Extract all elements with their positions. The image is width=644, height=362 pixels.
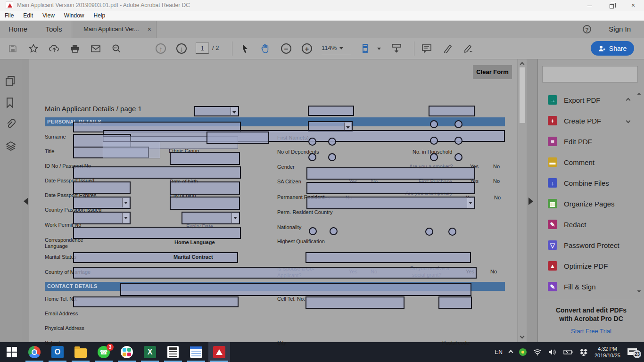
form-field[interactable]: [306, 182, 475, 194]
form-field[interactable]: [73, 166, 241, 179]
form-field[interactable]: [73, 296, 239, 307]
form-field[interactable]: [103, 141, 160, 158]
form-dropdown[interactable]: [306, 197, 475, 209]
select-tool-icon[interactable]: [238, 41, 252, 56]
taskbar-start[interactable]: [1, 342, 23, 362]
tool-create-pdf[interactable]: +Create PDF: [542, 111, 635, 130]
next-page-arrow[interactable]: [528, 197, 533, 205]
dropdown-arrow-icon[interactable]: [344, 123, 351, 131]
fit-width-icon[interactable]: [362, 41, 381, 56]
form-dropdown[interactable]: [194, 106, 239, 116]
form-radio-button[interactable]: [328, 138, 336, 146]
antivirus-icon[interactable]: [519, 348, 527, 356]
form-field[interactable]: [306, 167, 475, 180]
help-icon[interactable]: ?: [583, 25, 591, 33]
menu-window[interactable]: Window: [59, 11, 89, 20]
taskbar-slack[interactable]: [116, 342, 138, 362]
clock[interactable]: 4:32 PM 2019/10/25: [594, 346, 620, 359]
star-icon[interactable]: [26, 41, 41, 56]
form-radio-button[interactable]: [430, 137, 438, 145]
scroll-up-icon[interactable]: [520, 62, 525, 67]
taskbar-acrobat[interactable]: [208, 342, 230, 362]
language-indicator[interactable]: EN: [495, 349, 503, 355]
email-icon[interactable]: [89, 41, 103, 56]
tray-chevron-icon[interactable]: [509, 351, 512, 354]
tool-password-protect[interactable]: ▽Password Protect: [542, 236, 635, 255]
tab-close-icon[interactable]: ×: [148, 21, 151, 38]
form-field[interactable]: [73, 227, 241, 239]
tools-scroll-down-icon[interactable]: [637, 289, 641, 292]
dropdown-arrow-icon[interactable]: [122, 213, 129, 223]
taskbar-chrome[interactable]: [24, 342, 45, 362]
share-button[interactable]: Share: [591, 41, 634, 56]
dropdown-arrow-icon[interactable]: [122, 198, 129, 207]
form-field[interactable]: [206, 132, 269, 144]
hand-tool-icon[interactable]: [258, 41, 272, 56]
wifi-icon[interactable]: [533, 349, 542, 355]
fill-sign-icon[interactable]: [462, 41, 476, 56]
clear-form-button[interactable]: Clear Form: [473, 65, 512, 79]
search-icon[interactable]: [109, 41, 124, 56]
chevron-up-icon[interactable]: [626, 98, 631, 102]
save-icon[interactable]: [6, 41, 20, 56]
tool-comment[interactable]: ▬Comment: [542, 153, 635, 172]
comment-bubble-icon[interactable]: [420, 41, 434, 56]
dropdown-arrow-icon[interactable]: [231, 107, 238, 115]
tools-scroll-up-icon[interactable]: [637, 93, 641, 96]
form-field[interactable]: [170, 152, 240, 165]
form-radio-button[interactable]: [328, 153, 336, 161]
tool-edit-pdf[interactable]: ≡Edit PDF: [542, 132, 635, 151]
form-radio-button[interactable]: [448, 228, 456, 236]
tool-optimize-pdf[interactable]: ▲Optimize PDF: [542, 256, 635, 275]
zoom-in-icon[interactable]: +: [300, 41, 314, 56]
form-dropdown[interactable]: [182, 212, 240, 224]
menu-view[interactable]: View: [38, 11, 59, 20]
form-dropdown[interactable]: [73, 197, 131, 209]
tool-fill-sign[interactable]: ✎Fill & Sign: [542, 277, 635, 296]
dropdown-arrow-icon[interactable]: [467, 198, 474, 208]
tool-export-pdf[interactable]: →Export PDF: [542, 90, 635, 109]
tool-combine-files[interactable]: ↓Combine Files: [542, 173, 635, 192]
notification-icon[interactable]: 23: [627, 348, 637, 356]
taskbar-file-explorer[interactable]: [70, 342, 91, 362]
form-radio-button[interactable]: [330, 227, 338, 235]
page-thumbnails-icon[interactable]: [5, 75, 17, 87]
form-field[interactable]: [73, 252, 238, 263]
form-radio-button[interactable]: [454, 153, 462, 161]
form-radio-button[interactable]: [425, 228, 433, 236]
form-field[interactable]: [305, 296, 405, 309]
sign-in-button[interactable]: Sign In: [609, 21, 631, 38]
restore-button[interactable]: [601, 0, 622, 11]
form-radio-button[interactable]: [454, 137, 462, 145]
cloud-upload-icon[interactable]: [47, 41, 61, 56]
page-number-input[interactable]: 1: [196, 42, 209, 54]
taskbar-excel[interactable]: X: [139, 342, 161, 362]
dropbox-icon[interactable]: [579, 348, 588, 356]
form-field[interactable]: [305, 252, 471, 263]
form-field[interactable]: [120, 283, 471, 296]
start-free-trial-link[interactable]: Start Free Trial: [538, 328, 644, 335]
taskbar-calculator[interactable]: [162, 342, 184, 362]
form-radio-button[interactable]: [430, 120, 438, 128]
menu-help[interactable]: Help: [89, 11, 110, 20]
form-field[interactable]: [308, 106, 354, 116]
scrollbar-thumb[interactable]: [520, 67, 525, 123]
scroll-down-icon[interactable]: [520, 334, 525, 339]
tab-home[interactable]: Home: [0, 21, 36, 38]
zoom-level[interactable]: 114%: [322, 42, 351, 54]
form-field[interactable]: [170, 197, 240, 210]
attachments-icon[interactable]: [5, 119, 17, 130]
taskbar-blue-app[interactable]: [185, 342, 207, 362]
scrolling-mode-icon[interactable]: [389, 41, 404, 56]
bookmarks-icon[interactable]: [5, 97, 17, 108]
tools-search-input[interactable]: [542, 66, 638, 82]
close-button[interactable]: ×: [622, 0, 644, 11]
page-down-icon[interactable]: ↓: [174, 41, 189, 56]
form-radio-button[interactable]: [430, 153, 438, 161]
tab-tools[interactable]: Tools: [36, 21, 72, 38]
taskbar-whatsapp[interactable]: ☎3: [93, 342, 115, 362]
zoom-out-icon[interactable]: −: [279, 41, 293, 56]
highlighter-icon[interactable]: [441, 41, 455, 56]
menu-edit[interactable]: Edit: [18, 11, 38, 20]
previous-page-arrow[interactable]: [24, 197, 28, 205]
